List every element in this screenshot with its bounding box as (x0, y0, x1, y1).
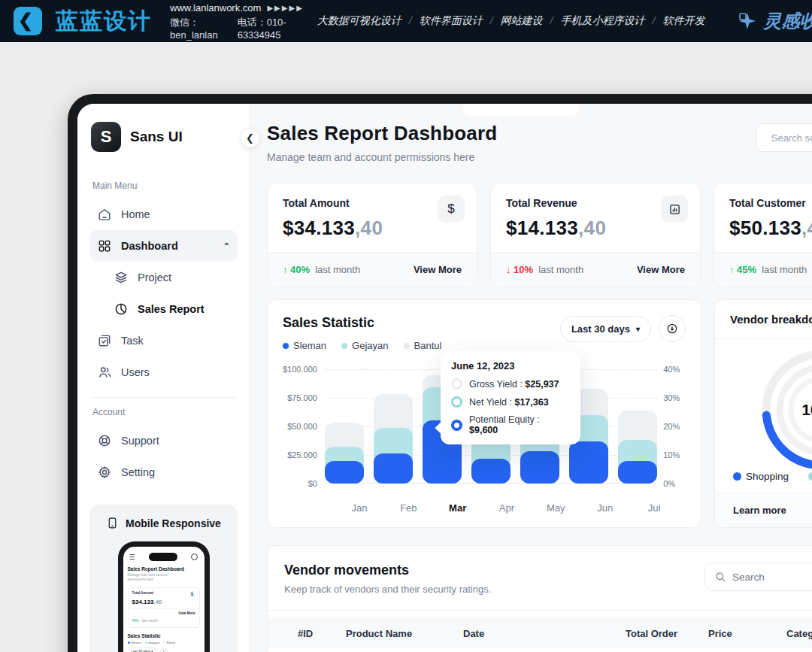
trend-note: last month (538, 264, 583, 275)
home-icon (97, 207, 112, 222)
banner-contact: www.lanlanwork.com ▶▶▶▶▶ 微信：ben_lanlan 电… (170, 2, 304, 41)
stat-card: Total Customer$50.133,40↑ 45%last monthV… (714, 183, 812, 287)
y-tick-label: 0% (657, 478, 686, 489)
mini-page-title: Sales Report Dashboard (128, 566, 200, 572)
x-tick-label: Feb (389, 502, 428, 514)
nav-separator: / (409, 15, 412, 27)
task-icon (97, 333, 112, 348)
movements-title: Vendor movements (284, 563, 491, 578)
sidebar-item-users[interactable]: Users (89, 356, 238, 388)
bar-segment-sleman (569, 441, 608, 484)
table-column-header[interactable]: Total Order (582, 628, 708, 639)
y-tick-label: $0 (283, 478, 325, 489)
vendor-breakdown-panel: Vendor breakdown 100% Shopping Learn mor… (714, 299, 812, 528)
banner-nav-item[interactable]: 软件界面设计 (420, 14, 483, 28)
table-header-row: #IDProduct NameDateTotal OrderPriceCateg… (268, 618, 812, 648)
mini-legend-item: Bantul (163, 641, 175, 644)
learn-more-link[interactable]: Learn more (715, 493, 812, 527)
sidebar-item-setting[interactable]: Setting (89, 456, 238, 488)
tooltip-row: Net Yield : $17,363 (451, 396, 570, 408)
search-icon (714, 571, 726, 583)
mini-download-icon: ⇩ (160, 647, 168, 652)
phone-mockup: ☰ Sales Report Dashboard Manage team and… (118, 541, 210, 652)
promo-banner: 蓝蓝设计 www.lanlanwork.com ▶▶▶▶▶ 微信：ben_lan… (0, 0, 812, 42)
nav-separator: / (550, 15, 553, 27)
donut-center-value: 100% (754, 342, 812, 478)
view-more-link[interactable]: View More (414, 264, 462, 275)
browser-tab (463, 104, 578, 116)
mini-range-pill: Last 30 days ▾ (128, 647, 157, 652)
y-tick-label: 20% (657, 421, 686, 432)
banner-website-link[interactable]: www.lanlanwork.com (170, 2, 261, 14)
section-label-account: Account (92, 407, 235, 417)
donut-chart: 100% (715, 339, 812, 471)
y-axis-right: 40%30%20%10%0% (657, 364, 686, 489)
phone-notch (149, 553, 177, 561)
sidebar-item-home[interactable]: Home (89, 199, 238, 230)
sales-statistic-panel: Sales Statistic SlemanGejayanBantul Last… (267, 299, 701, 528)
tooltip-date: June 12, 2023 (451, 360, 570, 371)
legend-item: Bantul (404, 340, 442, 351)
chart-legend: SlemanGejayanBantul (283, 340, 441, 351)
dollar-icon: $ (438, 196, 465, 223)
sidebar-item-support[interactable]: Support (89, 425, 238, 456)
table-column-header[interactable]: Categories (786, 628, 812, 639)
global-search[interactable]: ⌘ + K (756, 123, 812, 152)
table-column-header[interactable]: Product Name (346, 628, 463, 639)
trend-note: last month (762, 264, 807, 275)
date-range-dropdown[interactable]: Last 30 days ▾ (560, 316, 651, 342)
sidebar-item-dashboard[interactable]: Dashboard ⌃ (89, 230, 238, 262)
banner-nav-item[interactable]: 软件开发 (662, 14, 704, 28)
tooltip-ring-icon (451, 420, 462, 431)
breakdown-title: Vendor breakdown (715, 300, 812, 339)
bar-group[interactable] (325, 369, 364, 484)
mini-legend-item: Gejayan (145, 641, 159, 644)
sparkle-icon (738, 11, 757, 31)
panel-title: Sales Statistic (283, 315, 441, 331)
x-tick-label: Jun (586, 502, 625, 514)
banner-nav-item[interactable]: 手机及小程序设计 (561, 14, 645, 28)
sans-ui-logo-icon: S (91, 122, 121, 152)
bar-segment-sleman (520, 451, 559, 484)
mini-legend-item: Sleman (128, 641, 141, 644)
x-tick-label: Apr (487, 502, 526, 514)
table-column-header[interactable]: Date (463, 628, 582, 639)
search-input[interactable] (771, 132, 812, 144)
y-tick-label: $100.000 (283, 364, 325, 375)
divider (268, 610, 812, 611)
banner-wechat: 微信：ben_lanlan (170, 16, 226, 41)
mini-page-subtitle: Manage team and account permissions here (128, 573, 180, 583)
sidebar-item-sales-report[interactable]: Sales Report (89, 293, 238, 325)
divider (91, 397, 236, 398)
movements-search-input[interactable] (732, 572, 812, 583)
view-more-link[interactable]: View More (637, 264, 685, 275)
x-tick-label: Jan (340, 502, 379, 514)
support-icon (97, 433, 112, 448)
movements-search[interactable] (704, 563, 812, 591)
hamburger-icon: ☰ (129, 553, 135, 561)
main-content: Sales Report Dashboard Manage team and a… (250, 104, 812, 652)
mini-stat-card: Total Amount$ $34.133,40 40% last month … (128, 587, 200, 628)
table-column-header[interactable]: Price (708, 628, 786, 639)
sidebar-item-task[interactable]: Task (89, 325, 238, 356)
sidebar-collapse-button[interactable]: ❮ (240, 128, 260, 148)
banner-nav-item[interactable]: 网站建设 (501, 14, 543, 28)
download-button[interactable] (659, 315, 686, 342)
legend-dot (404, 343, 410, 349)
x-tick-label: May (536, 502, 575, 514)
x-tick-label: Jul (635, 502, 674, 514)
y-tick-label: $25.000 (283, 450, 325, 460)
trend-down-indicator: ↓ 10% (506, 264, 533, 275)
bar-group[interactable] (374, 369, 413, 484)
banner-nav-item[interactable]: 大数据可视化设计 (317, 14, 401, 28)
stat-value: $34.133,40 (283, 217, 462, 240)
sidebar-item-project[interactable]: Project (89, 262, 238, 293)
phone-icon (106, 517, 119, 529)
x-tick-label: Mar (438, 502, 477, 514)
bar-segment-sleman (325, 461, 364, 484)
table-column-header[interactable]: #ID (268, 628, 346, 639)
inspiration-collect[interactable]: 灵感收集 (738, 9, 812, 33)
bar-segment-sleman (618, 461, 657, 484)
bar-group[interactable] (618, 369, 657, 484)
users-icon (97, 365, 112, 380)
